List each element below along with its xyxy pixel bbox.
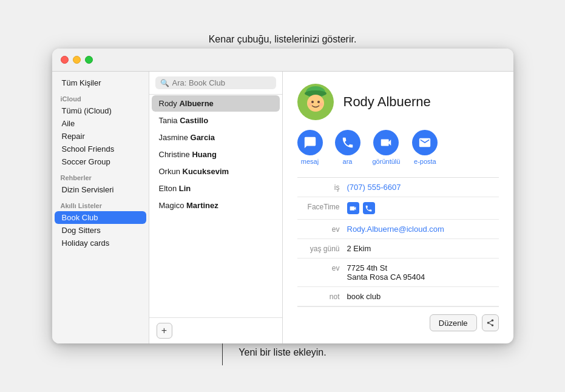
action-btn-mesaj[interactable]: mesaj xyxy=(297,130,323,165)
sidebar-item-soccer-group[interactable]: Soccer Group xyxy=(55,155,146,168)
info-row-facetime: FaceTime xyxy=(297,197,499,220)
detail-footer: Düzenle xyxy=(297,306,499,331)
contact-name: Orkun Kucuksevim xyxy=(159,167,229,176)
svg-point-6 xyxy=(308,103,312,106)
maximize-button[interactable] xyxy=(85,56,93,64)
sidebar-section-icloud: iCloud xyxy=(52,89,149,104)
info-row-note: not book club xyxy=(297,287,499,306)
sidebar-section-akilli-listeler: Akıllı Listeler xyxy=(52,196,149,211)
address-label: ev xyxy=(297,263,340,272)
contact-item-magico[interactable]: Magico Martinez xyxy=(152,197,280,214)
sidebar-item-repair[interactable]: Repair xyxy=(55,130,146,143)
contact-name: Elton Lin xyxy=(159,184,191,193)
birthday-value: 2 Ekim xyxy=(347,244,499,253)
contact-name: Rody Albuerne xyxy=(159,99,214,108)
main-window: Tüm Kişiler iCloud Tümü (iCloud) Aile Re… xyxy=(52,49,513,343)
mesaj-label: mesaj xyxy=(301,158,319,165)
sidebar-item-book-club[interactable]: Book Club xyxy=(55,211,146,224)
avatar xyxy=(297,84,334,120)
contact-list: 🔍 Rody Albuerne Tania Castillo Jasmine G… xyxy=(149,72,283,343)
contact-name: Magico Martinez xyxy=(159,201,218,210)
phone-label: iş xyxy=(297,183,340,192)
email-value[interactable]: Rody.Albuerne@icloud.com xyxy=(347,225,499,234)
contact-list-footer: + xyxy=(149,317,282,343)
ara-icon xyxy=(335,130,360,155)
share-button[interactable] xyxy=(482,314,499,331)
svg-point-7 xyxy=(319,103,323,106)
svg-point-4 xyxy=(311,101,314,103)
contact-header: Rody Albuerne xyxy=(297,84,499,120)
action-btn-eposta[interactable]: e-posta xyxy=(412,130,438,165)
contact-full-name: Rody Albuerne xyxy=(343,94,431,110)
main-content: Tüm Kişiler iCloud Tümü (iCloud) Aile Re… xyxy=(52,72,513,343)
ara-label: ara xyxy=(343,158,353,165)
contact-item-christine[interactable]: Christine Huang xyxy=(152,146,280,163)
note-label: not xyxy=(297,292,340,301)
contact-item-jasmine[interactable]: Jasmine Garcia xyxy=(152,129,280,146)
search-input[interactable] xyxy=(172,78,271,87)
sidebar-item-school-friends[interactable]: School Friends xyxy=(55,143,146,155)
sidebar-item-holiday-cards[interactable]: Holiday cards xyxy=(55,237,146,249)
action-btn-ara[interactable]: ara xyxy=(335,130,360,165)
annotation-top: Kenar çubuğu, listelerinizi gösterir. xyxy=(52,34,513,45)
sidebar-item-aile[interactable]: Aile xyxy=(55,117,146,130)
contacts-list: Rody Albuerne Tania Castillo Jasmine Gar… xyxy=(149,95,282,317)
svg-point-5 xyxy=(317,101,320,103)
contact-item-rody[interactable]: Rody Albuerne xyxy=(152,95,280,112)
contact-item-tania[interactable]: Tania Castillo xyxy=(152,112,280,129)
mesaj-icon xyxy=(297,130,323,155)
sidebar-item-all-contacts[interactable]: Tüm Kişiler xyxy=(55,76,146,89)
info-row-address: ev 7725 4th StSanta Rosa CA 95404 xyxy=(297,259,499,287)
eposta-icon xyxy=(412,130,438,155)
traffic-lights xyxy=(61,56,93,64)
action-buttons: mesaj ara görüntülü xyxy=(297,130,499,165)
contact-item-orkun[interactable]: Orkun Kucuksevim xyxy=(152,163,280,180)
contact-name: Christine Huang xyxy=(159,150,217,159)
sidebar: Tüm Kişiler iCloud Tümü (iCloud) Aile Re… xyxy=(52,72,149,343)
avatar-image xyxy=(297,84,334,120)
birthday-label: yaş günü xyxy=(297,244,340,253)
note-value: book club xyxy=(347,292,499,301)
title-bar xyxy=(52,49,513,72)
contact-name: Jasmine Garcia xyxy=(159,133,215,142)
sidebar-section-rehberler: Rehberler xyxy=(52,168,149,183)
detail-panel: Rody Albuerne mesaj xyxy=(283,72,513,343)
outer-wrapper: Kenar çubuğu, listelerinizi gösterir. Tü… xyxy=(52,34,513,358)
add-contact-button[interactable]: + xyxy=(157,323,172,339)
email-label: ev xyxy=(297,225,340,234)
info-section: iş (707) 555-6607 FaceTime xyxy=(297,177,499,306)
annotation-bottom: Yeni bir liste ekleyin. xyxy=(239,347,326,358)
facetime-label: FaceTime xyxy=(297,202,340,211)
minimize-button[interactable] xyxy=(73,56,81,64)
eposta-label: e-posta xyxy=(414,158,436,165)
sidebar-item-dizin-servisleri[interactable]: Dizin Servisleri xyxy=(55,183,146,196)
info-row-birthday: yaş günü 2 Ekim xyxy=(297,239,499,259)
callout-line-bottom xyxy=(222,343,223,365)
address-value: 7725 4th StSanta Rosa CA 95404 xyxy=(347,263,499,282)
close-button[interactable] xyxy=(61,56,69,64)
contact-name: Tania Castillo xyxy=(159,116,209,125)
info-row-email: ev Rody.Albuerne@icloud.com xyxy=(297,220,499,239)
facetime-video-icon[interactable] xyxy=(347,202,359,214)
facetime-audio-icon[interactable] xyxy=(363,202,375,214)
contact-item-elton[interactable]: Elton Lin xyxy=(152,180,280,197)
goruntulu-icon xyxy=(373,130,399,155)
info-row-phone: iş (707) 555-6607 xyxy=(297,178,499,197)
phone-value[interactable]: (707) 555-6607 xyxy=(347,183,499,192)
sidebar-item-all-icloud[interactable]: Tümü (iCloud) xyxy=(55,104,146,117)
search-input-wrapper[interactable]: 🔍 xyxy=(155,76,276,89)
edit-button[interactable]: Düzenle xyxy=(430,314,477,331)
action-btn-goruntulu[interactable]: görüntülü xyxy=(373,130,401,165)
search-icon: 🔍 xyxy=(160,79,169,87)
goruntulu-label: görüntülü xyxy=(373,158,401,165)
facetime-icons xyxy=(347,202,375,214)
sidebar-item-dog-sitters[interactable]: Dog Sitters xyxy=(55,224,146,237)
search-bar: 🔍 xyxy=(149,72,282,95)
